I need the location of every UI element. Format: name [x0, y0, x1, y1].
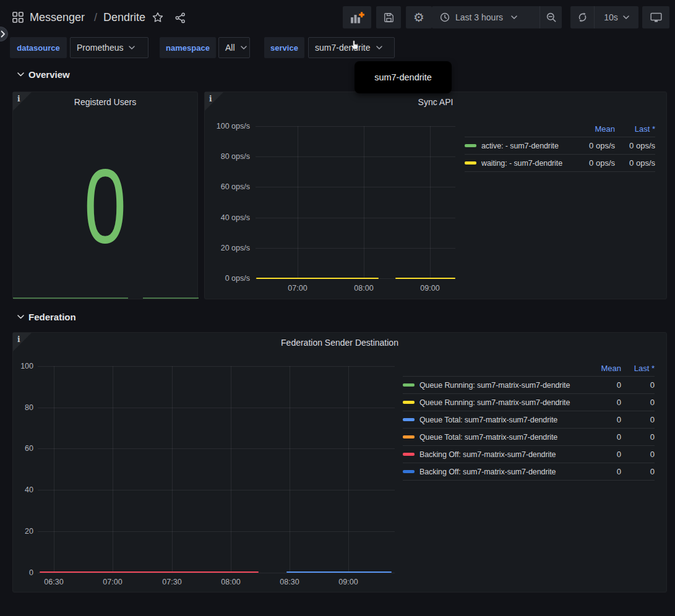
legend-last-value: 0	[621, 380, 655, 390]
legend-row: active: - sum7-dendrite 0 ops/s 0 ops/s	[465, 137, 655, 155]
x-axis-tick: 08:00	[212, 578, 249, 586]
legend-series-label[interactable]: Queue Running: sum7-matrix-sum7-dendrite	[419, 398, 584, 407]
gridline	[113, 366, 113, 573]
panel-title[interactable]: Registerd Users	[13, 97, 197, 107]
legend-mean-value: 0 ops/s	[577, 158, 615, 168]
legend-header-mean[interactable]: Mean	[584, 364, 621, 373]
panel-title[interactable]: Federation Sender Destination	[13, 338, 666, 348]
gridline	[256, 218, 455, 218]
y-axis-tick: 100	[16, 362, 33, 370]
variable-dropdown-datasource[interactable]: Prometheus	[70, 37, 148, 58]
time-range-label: Last 3 hours	[455, 12, 503, 22]
panel-sync-api: i Sync API 100 ops/s 80 ops/s 60 ops/s 4…	[204, 92, 667, 299]
refresh-group: 10s	[570, 6, 638, 28]
chevron-down-icon	[241, 46, 247, 49]
legend-header-mean[interactable]: Mean	[577, 124, 615, 134]
legend-header-last[interactable]: Last *	[621, 364, 655, 373]
gridline	[430, 126, 431, 279]
gridline	[231, 366, 231, 573]
legend-series-label[interactable]: Backing Off: sum7-matrix-sum7-dendrite	[419, 468, 584, 476]
y-axis-tick: 20 ops/s	[205, 244, 250, 252]
share-icon[interactable]	[175, 12, 186, 24]
breadcrumb-separator: /	[94, 11, 97, 24]
legend-series-label[interactable]: Backing Off: sum7-matrix-sum7-dendrite	[419, 450, 584, 459]
panel-title[interactable]: Sync API	[205, 97, 666, 107]
gridline	[256, 187, 455, 187]
series-color-swatch	[403, 453, 415, 456]
legend-header-last[interactable]: Last *	[615, 124, 655, 134]
x-axis-tick: 09:00	[330, 578, 367, 586]
x-axis-tick: 07:00	[94, 578, 131, 586]
y-axis-tick: 80	[16, 403, 33, 412]
gridline	[348, 366, 349, 573]
cycle-view-mode-button[interactable]	[642, 6, 669, 28]
legend-row: Queue Total: sum7-matrix-sum7-dendrite 0…	[403, 429, 655, 446]
gridline	[256, 156, 455, 157]
gridline	[256, 248, 455, 249]
save-dashboard-button[interactable]	[376, 6, 401, 28]
y-axis-tick: 80 ops/s	[205, 152, 250, 161]
legend-last-value: 0 ops/s	[615, 141, 655, 150]
legend-row: Queue Running: sum7-matrix-sum7-dendrite…	[403, 394, 655, 411]
x-axis-tick: 09:00	[411, 284, 449, 293]
variable-value: Prometheus	[77, 43, 123, 53]
legend-table: Mean Last * active: - sum7-dendrite 0 op…	[465, 121, 655, 172]
chevron-down-icon	[511, 15, 517, 19]
legend-last-value: 0 ops/s	[615, 158, 655, 168]
y-axis-tick: 0 ops/s	[205, 274, 250, 283]
gridline	[172, 366, 173, 573]
grafana-dashboard: Messenger / Dendrite	[0, 0, 675, 616]
dashboards-grid-icon	[12, 12, 24, 23]
sidebar-expand-toggle[interactable]	[0, 27, 8, 41]
y-axis-tick: 60	[16, 444, 33, 453]
star-favorite-icon[interactable]	[152, 12, 163, 23]
legend-mean-value: 0	[584, 398, 621, 407]
mouse-cursor	[350, 40, 360, 51]
panel-federation-sender: i Federation Sender Destination 100 80 6…	[12, 332, 667, 592]
legend-series-label[interactable]: waiting: - sum7-dendrite	[481, 159, 577, 168]
legend-row: Queue Running: sum7-matrix-sum7-dendrite…	[403, 377, 655, 394]
legend-series-label[interactable]: active: - sum7-dendrite	[481, 142, 577, 150]
gridline	[364, 126, 364, 279]
dashboard-settings-button[interactable]: ⚙︎	[406, 6, 432, 28]
legend-series-label[interactable]: Queue Total: sum7-matrix-sum7-dendrite	[419, 433, 584, 442]
series-line-segment	[40, 571, 259, 573]
gear-icon: ⚙︎	[413, 11, 424, 24]
zoom-out-time-button[interactable]	[540, 6, 562, 28]
variable-dropdown-namespace[interactable]: All	[218, 37, 250, 58]
stat-value: 0	[39, 147, 172, 265]
refresh-icon	[577, 12, 588, 22]
save-icon	[384, 12, 394, 23]
y-axis-tick: 60 ops/s	[205, 182, 250, 191]
gridline	[290, 366, 290, 573]
add-panel-icon	[350, 12, 364, 24]
legend-mean-value: 0	[584, 432, 621, 442]
legend-mean-value: 0 ops/s	[577, 141, 615, 150]
section-header-federation[interactable]: Federation	[17, 309, 153, 324]
section-header-overview[interactable]: Overview	[17, 67, 141, 82]
legend-table: Mean Last * Queue Running: sum7-matrix-s…	[403, 361, 655, 481]
legend-row: Queue Total: sum7-matrix-sum7-dendrite 0…	[403, 411, 655, 429]
x-axis-tick: 08:00	[345, 284, 382, 293]
series-line-segment	[286, 571, 392, 573]
breadcrumb-dashboard[interactable]: Messenger	[30, 11, 85, 24]
time-picker-group: Last 3 hours	[432, 6, 562, 28]
variable-value: All	[225, 43, 235, 53]
gridline	[38, 408, 395, 408]
series-color-swatch	[465, 161, 476, 165]
gridline	[38, 448, 395, 449]
add-panel-button[interactable]	[343, 6, 371, 28]
refresh-button[interactable]	[570, 6, 594, 28]
breadcrumb-page[interactable]: Dendrite	[103, 11, 145, 24]
hover-tooltip: sum7-dendrite	[355, 61, 452, 93]
time-range-picker[interactable]: Last 3 hours	[432, 6, 540, 28]
legend-mean-value: 0	[584, 450, 621, 459]
sparkline-segment	[143, 297, 199, 299]
x-axis-tick: 08:30	[271, 578, 308, 586]
legend-series-label[interactable]: Queue Total: sum7-matrix-sum7-dendrite	[419, 416, 584, 424]
legend-series-label[interactable]: Queue Running: sum7-matrix-sum7-dendrite	[419, 381, 584, 390]
refresh-interval-dropdown[interactable]: 10s	[595, 6, 638, 28]
series-color-swatch	[403, 435, 415, 438]
gridline	[38, 366, 395, 367]
chevron-down-icon	[376, 46, 382, 49]
